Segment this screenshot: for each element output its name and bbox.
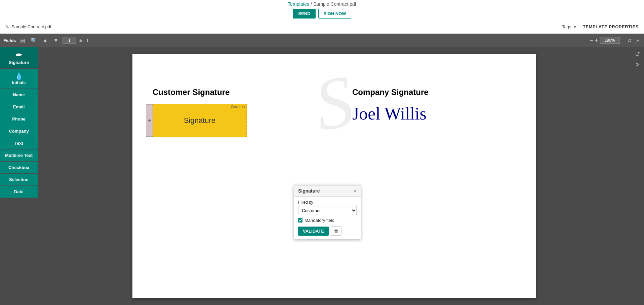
plus-icon: + (148, 117, 152, 124)
sidebar-item-phone-label: Phone (12, 116, 26, 122)
popup-close-button[interactable]: × (354, 188, 357, 194)
top-bar: Templates / Sample Contract.pdf SEND SIG… (0, 0, 644, 20)
popup-header: Signature × (294, 185, 361, 197)
breadcrumb-templates-link[interactable]: Templates (288, 1, 309, 7)
search-button[interactable]: 🔍 (29, 37, 39, 44)
zoom-input[interactable] (600, 37, 620, 44)
sidebar-item-date-label: Date (14, 189, 24, 194)
main-layout: ✒ Signature 💧 Initials Name Email Phone … (0, 47, 644, 305)
sidebar-item-checkbox-label: Checkbox (8, 165, 29, 170)
signature-box-label: Signature (184, 116, 215, 125)
right-panel-refresh-button[interactable]: ↺ (635, 50, 640, 58)
template-properties-button[interactable]: TEMPLATE PROPERTIES (583, 24, 639, 29)
expand-button[interactable]: » (635, 37, 641, 44)
tags-chevron-icon: ▾ (574, 24, 576, 29)
sidebar-item-multiline-text-label: Multiline Text (5, 153, 33, 158)
customer-signature-box[interactable]: + Customer Signature (153, 104, 247, 137)
sidebar-item-initials[interactable]: 💧 Initials (0, 69, 38, 89)
sign-now-button[interactable]: SIGN NOW (318, 9, 351, 19)
breadcrumb: Templates / Sample Contract.pdf (288, 1, 356, 7)
layout-toggle-button[interactable]: ▤ (19, 37, 27, 44)
signature-box-handle[interactable]: + (146, 104, 153, 137)
tags-label: Tags: (562, 24, 572, 29)
send-button[interactable]: SEND (293, 9, 316, 19)
right-panel-expand-button[interactable]: » (636, 61, 639, 68)
toolbar-zoom: − + (590, 37, 620, 44)
mandatory-row: Mandatory field (298, 218, 357, 223)
action-buttons: SEND SIGN NOW (293, 9, 351, 19)
file-name-row: ✎ Sample Contract.pdf (5, 24, 51, 30)
page-separator: de (79, 38, 83, 43)
sidebar-item-checkbox[interactable]: Checkbox (0, 162, 38, 174)
sidebar-item-selection[interactable]: Selection (0, 174, 38, 186)
customer-signature-column: Customer Signature + Customer Signature (153, 88, 316, 137)
pdf-area: S Customer Signature + Customer Signatur… (38, 47, 631, 305)
company-signature-text: Joel Willis (352, 104, 516, 124)
filled-by-row: Customer (298, 206, 357, 215)
signature-icon: ✒ (1, 50, 36, 60)
filled-by-label: Filled by (298, 200, 357, 205)
sidebar-item-date[interactable]: Date (0, 186, 38, 198)
refresh-button[interactable]: ↺ (626, 37, 633, 44)
initials-icon: 💧 (1, 72, 36, 80)
file-name-label: Sample Contract.pdf (11, 24, 51, 29)
mandatory-checkbox[interactable] (298, 218, 303, 223)
sidebar-item-company-label: Company (9, 129, 29, 134)
sidebar-item-phone[interactable]: Phone (0, 113, 38, 125)
sidebar-item-email-label: Email (13, 104, 25, 109)
tags-dropdown: Tags: ▾ (562, 24, 576, 29)
page-number-input[interactable] (63, 37, 76, 44)
sidebar-item-email[interactable]: Email (0, 101, 38, 113)
pdf-page: S Customer Signature + Customer Signatur… (132, 54, 536, 298)
sidebar-item-signature[interactable]: ✒ Signature (0, 47, 38, 69)
popup-actions: VALIDATE 🗑 (298, 226, 357, 236)
prev-page-button[interactable]: ▲ (41, 37, 49, 44)
tags-bar: ✎ Sample Contract.pdf Tags: ▾ TEMPLATE P… (0, 20, 644, 34)
right-panel: ↺ » (631, 47, 644, 305)
customer-signature-title: Customer Signature (153, 88, 316, 97)
filled-by-select[interactable]: Customer (298, 206, 357, 215)
zoom-in-button[interactable]: + (595, 37, 599, 44)
toolbar-right-icons: ↺ » (626, 37, 641, 44)
breadcrumb-filename: Sample Contract.pdf (313, 1, 356, 7)
page-total: 1 (86, 38, 89, 43)
company-signature-column: Company Signature Joel Willis (352, 88, 516, 137)
pdf-content: Customer Signature + Customer Signature … (132, 54, 536, 151)
breadcrumb-separator: / (311, 1, 312, 7)
popup-body: Filled by Customer Mandatory field VALID… (294, 197, 361, 239)
sidebar-item-initials-label: Initials (12, 80, 26, 85)
sidebar-item-company[interactable]: Company (0, 125, 38, 137)
company-signature-title: Company Signature (352, 88, 516, 97)
sidebar-item-selection-label: Selection (9, 177, 29, 182)
delete-icon: 🗑 (334, 228, 338, 234)
sidebar: ✒ Signature 💧 Initials Name Email Phone … (0, 47, 38, 305)
sidebar-item-name-label: Name (13, 92, 25, 97)
toolbar-left: Fields ▤ 🔍 ▲ ▼ de 1 (3, 37, 89, 44)
tags-right: Tags: ▾ TEMPLATE PROPERTIES (562, 24, 639, 29)
next-page-button[interactable]: ▼ (52, 37, 60, 44)
sidebar-item-text-label: Text (14, 141, 23, 146)
validate-button[interactable]: VALIDATE (298, 227, 329, 236)
signature-popup: Signature × Filled by Customer Mandatory… (294, 185, 361, 239)
sidebar-item-name[interactable]: Name (0, 89, 38, 101)
signature-row: Customer Signature + Customer Signature … (153, 88, 516, 137)
sidebar-item-text[interactable]: Text (0, 137, 38, 149)
popup-title: Signature (298, 188, 320, 194)
delete-button[interactable]: 🗑 (331, 226, 341, 236)
mandatory-label: Mandatory field (305, 218, 334, 223)
edit-icon[interactable]: ✎ (5, 24, 9, 30)
sidebar-item-multiline-text[interactable]: Multiline Text (0, 149, 38, 162)
sidebar-item-signature-label: Signature (9, 60, 29, 65)
fields-label: Fields (3, 38, 16, 43)
toolbar: Fields ▤ 🔍 ▲ ▼ de 1 − + ↺ » (0, 34, 644, 47)
zoom-out-button[interactable]: − (590, 37, 594, 44)
signature-box-tag: Customer (231, 105, 245, 109)
